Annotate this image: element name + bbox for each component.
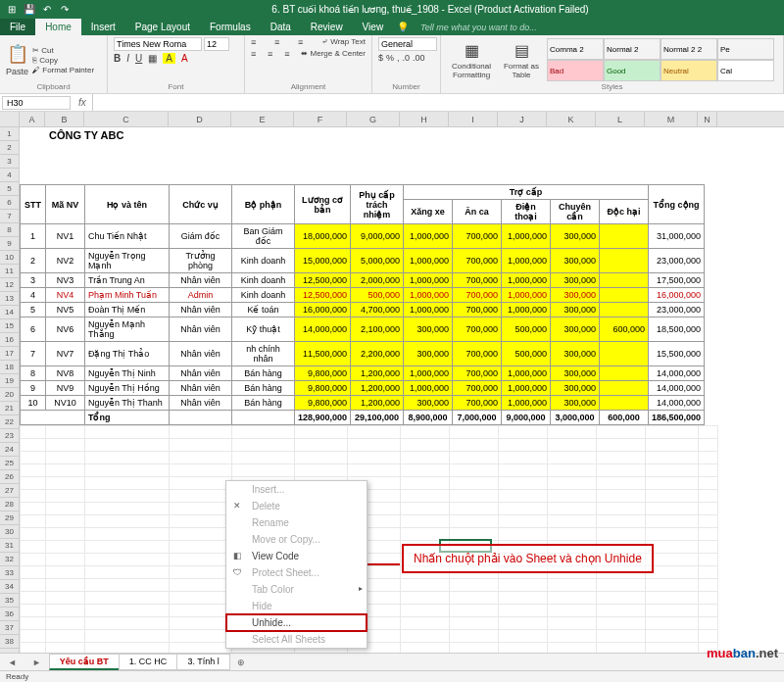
number-format-select[interactable] bbox=[378, 37, 437, 51]
font-size-select[interactable] bbox=[204, 37, 229, 51]
col-header-L[interactable]: L bbox=[596, 112, 645, 126]
col-header-J[interactable]: J bbox=[498, 112, 547, 126]
row-header-26[interactable]: 26 bbox=[0, 470, 20, 484]
sheet-nav-prev[interactable]: ◄ bbox=[0, 658, 24, 667]
format-as-table-button[interactable]: ▤ Format as Table bbox=[500, 41, 543, 79]
percent-icon[interactable]: % bbox=[386, 53, 394, 63]
sheet-tab[interactable]: 1. CC HC bbox=[119, 654, 178, 670]
tab-formulas[interactable]: Formulas bbox=[200, 19, 261, 35]
redo-icon[interactable]: ↷ bbox=[59, 3, 71, 15]
tell-me[interactable]: Tell me what you want to do... bbox=[413, 20, 545, 35]
sheet-context-menu[interactable]: Insert...✕DeleteRenameMove or Copy...◧Vi… bbox=[225, 480, 368, 649]
row-header-10[interactable]: 10 bbox=[0, 251, 20, 265]
col-header-N[interactable]: N bbox=[698, 112, 717, 126]
underline-button[interactable]: U bbox=[135, 53, 142, 64]
row-header-14[interactable]: 14 bbox=[0, 306, 20, 319]
row-header-31[interactable]: 31 bbox=[0, 539, 20, 553]
cell-style[interactable]: Pe bbox=[717, 38, 774, 60]
row-header-13[interactable]: 13 bbox=[0, 292, 20, 306]
col-header-K[interactable]: K bbox=[547, 112, 596, 126]
italic-button[interactable]: I bbox=[126, 53, 129, 64]
col-header-F[interactable]: F bbox=[294, 112, 347, 126]
select-all-corner[interactable] bbox=[0, 112, 20, 126]
border-button[interactable]: ▦ bbox=[148, 53, 157, 64]
sheet-nav-next[interactable]: ► bbox=[24, 658, 49, 667]
row-header-12[interactable]: 12 bbox=[0, 278, 20, 292]
align-bottom-icon[interactable]: ≡ bbox=[298, 37, 303, 47]
bold-button[interactable]: B bbox=[114, 53, 121, 64]
col-header-D[interactable]: D bbox=[169, 112, 231, 126]
decrease-decimal-icon[interactable]: .00 bbox=[413, 53, 425, 63]
tab-file[interactable]: File bbox=[0, 19, 35, 35]
fill-color-button[interactable]: A bbox=[163, 53, 175, 64]
col-header-E[interactable]: E bbox=[231, 112, 294, 126]
col-header-I[interactable]: I bbox=[449, 112, 498, 126]
row-header-15[interactable]: 15 bbox=[0, 319, 20, 333]
row-header-3[interactable]: 3 bbox=[0, 155, 20, 169]
tab-review[interactable]: Review bbox=[301, 19, 353, 35]
cut-button[interactable]: ✂ Cut bbox=[32, 46, 94, 55]
row-header-18[interactable]: 18 bbox=[0, 361, 20, 374]
col-header-H[interactable]: H bbox=[400, 112, 449, 126]
cell-style[interactable]: Comma 2 bbox=[547, 38, 604, 60]
menu-item-view-code[interactable]: ◧View Code bbox=[226, 548, 367, 564]
row-header-8[interactable]: 8 bbox=[0, 223, 20, 237]
row-header-6[interactable]: 6 bbox=[0, 196, 20, 210]
row-header-1[interactable]: 1 bbox=[0, 127, 20, 141]
row-header-30[interactable]: 30 bbox=[0, 525, 20, 539]
row-header-22[interactable]: 22 bbox=[0, 415, 20, 429]
row-header-35[interactable]: 35 bbox=[0, 594, 20, 608]
row-header-32[interactable]: 32 bbox=[0, 553, 20, 566]
undo-icon[interactable]: ↶ bbox=[41, 3, 53, 15]
tab-page-layout[interactable]: Page Layout bbox=[125, 19, 200, 35]
align-middle-icon[interactable]: ≡ bbox=[274, 37, 279, 47]
tab-home[interactable]: Home bbox=[35, 19, 81, 35]
sheet-tab[interactable]: Yêu cầu BT bbox=[49, 654, 120, 670]
comma-icon[interactable]: , bbox=[397, 53, 400, 63]
row-header-38[interactable]: 38 bbox=[0, 635, 20, 649]
sheet-tab[interactable]: 3. Tính l bbox=[176, 654, 229, 670]
row-header-29[interactable]: 29 bbox=[0, 512, 20, 525]
fx-icon[interactable]: fx bbox=[73, 97, 92, 108]
currency-icon[interactable]: $ bbox=[378, 53, 383, 63]
row-header-33[interactable]: 33 bbox=[0, 566, 20, 580]
save-icon[interactable]: 💾 bbox=[24, 3, 35, 15]
col-header-C[interactable]: C bbox=[84, 112, 169, 126]
conditional-formatting-button[interactable]: ▦ Conditional Formatting bbox=[447, 41, 496, 79]
cell-style[interactable]: Neutral bbox=[661, 60, 717, 81]
formula-input[interactable] bbox=[92, 94, 784, 111]
row-header-23[interactable]: 23 bbox=[0, 429, 20, 443]
align-top-icon[interactable]: ≡ bbox=[251, 37, 256, 47]
tab-view[interactable]: View bbox=[353, 19, 394, 35]
row-header-24[interactable]: 24 bbox=[0, 443, 20, 457]
row-header-5[interactable]: 5 bbox=[0, 182, 20, 196]
row-header-28[interactable]: 28 bbox=[0, 498, 20, 512]
col-header-B[interactable]: B bbox=[45, 112, 84, 126]
tab-data[interactable]: Data bbox=[261, 19, 301, 35]
align-left-icon[interactable]: ≡ bbox=[251, 49, 256, 59]
format-painter-button[interactable]: 🖌 Format Painter bbox=[32, 66, 94, 74]
row-header-9[interactable]: 9 bbox=[0, 237, 20, 251]
merge-center-button[interactable]: ⬌ Merge & Center bbox=[301, 49, 366, 59]
increase-decimal-icon[interactable]: .0 bbox=[403, 53, 411, 63]
cell-styles-gallery[interactable]: Comma 2BadNormal 2GoodNormal 2 2NeutralP… bbox=[547, 38, 774, 81]
worksheet-grid[interactable]: ABCDEFGHIJKLMN 1234567891011121314151617… bbox=[0, 112, 784, 672]
cell-style[interactable]: Good bbox=[604, 60, 661, 81]
cell-style[interactable]: Bad bbox=[547, 60, 604, 81]
new-sheet-button[interactable]: ⊕ bbox=[229, 658, 253, 667]
row-header-4[interactable]: 4 bbox=[0, 169, 20, 182]
align-center-icon[interactable]: ≡ bbox=[268, 49, 272, 59]
row-header-34[interactable]: 34 bbox=[0, 580, 20, 594]
copy-button[interactable]: ⎘ Copy bbox=[32, 56, 94, 65]
row-header-17[interactable]: 17 bbox=[0, 347, 20, 361]
paste-button[interactable]: 📋 Paste bbox=[6, 43, 28, 76]
font-name-select[interactable] bbox=[114, 37, 202, 51]
col-header-M[interactable]: M bbox=[645, 112, 698, 126]
align-right-icon[interactable]: ≡ bbox=[284, 49, 289, 59]
row-header-16[interactable]: 16 bbox=[0, 333, 20, 347]
col-header-A[interactable]: A bbox=[20, 112, 45, 126]
cell-style[interactable]: Cal bbox=[717, 60, 774, 81]
cell-style[interactable]: Normal 2 bbox=[604, 38, 661, 60]
wrap-text-button[interactable]: ⤶ Wrap Text bbox=[321, 37, 366, 47]
row-header-20[interactable]: 20 bbox=[0, 388, 20, 402]
